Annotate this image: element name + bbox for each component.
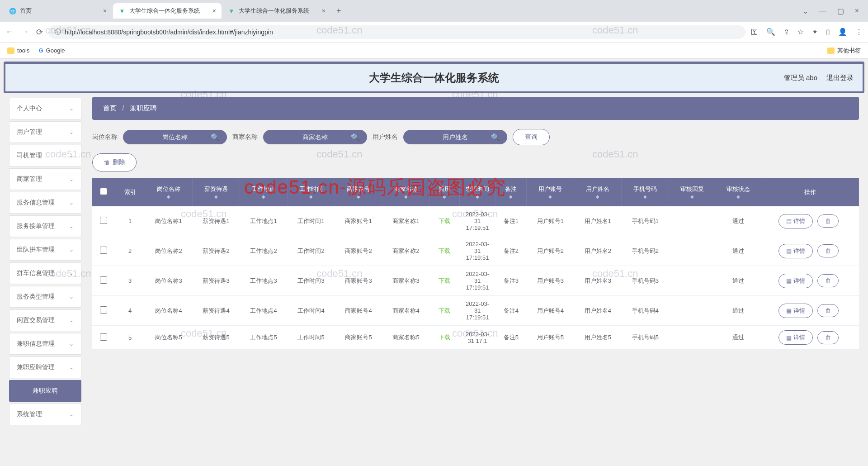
sidebar-item[interactable]: 组队拼车管理⌄ — [9, 239, 81, 261]
reload-icon[interactable]: ⟳ — [36, 27, 43, 37]
delete-row-button[interactable]: 🗑 — [817, 214, 839, 228]
download-link[interactable]: 下载 — [439, 247, 450, 254]
detail-button[interactable]: ▤ 详情 — [778, 330, 813, 345]
column-header[interactable]: 用户姓名◆ — [574, 178, 622, 206]
delete-row-button[interactable]: 🗑 — [817, 304, 839, 317]
browser-tab-2[interactable]: ▼ 大学生综合一体化服务系统 × — [222, 3, 331, 19]
extensions-icon[interactable]: ✦ — [812, 28, 818, 36]
sidebar-item[interactable]: 服务信息管理⌄ — [9, 192, 81, 214]
sidebar-item[interactable]: 个人中心⌄ — [9, 98, 81, 119]
sidebar-item[interactable]: 兼职应聘管理⌄ — [9, 357, 81, 378]
logout-link[interactable]: 退出登录 — [826, 74, 854, 82]
download-link[interactable]: 下载 — [439, 218, 450, 224]
delete-row-button[interactable]: 🗑 — [817, 274, 839, 287]
download-link[interactable]: 下载 — [439, 277, 450, 284]
cell-worktime: 工作时间2 — [288, 236, 335, 266]
row-checkbox[interactable] — [100, 217, 107, 224]
chevron-down-icon[interactable]: ⌄ — [802, 7, 808, 15]
query-button[interactable]: 查询 — [513, 129, 550, 145]
avatar-icon[interactable]: 👤 — [838, 28, 847, 36]
download-link[interactable]: 下载 — [439, 334, 450, 341]
sidebar-item[interactable]: 服务接单管理⌄ — [9, 215, 81, 237]
delete-button[interactable]: 🗑 删除 — [92, 153, 137, 171]
post-input[interactable] — [130, 133, 220, 141]
admin-label[interactable]: 管理员 abo — [784, 74, 817, 82]
close-window-icon[interactable]: × — [855, 7, 859, 15]
share-icon[interactable]: ⇪ — [783, 28, 789, 36]
delete-row-button[interactable]: 🗑 — [817, 331, 839, 344]
sidebar-item[interactable]: 兼职信息管理⌄ — [9, 333, 81, 355]
column-header[interactable]: 备注◆ — [495, 178, 527, 206]
maximize-icon[interactable]: ▢ — [837, 7, 844, 15]
cell-uname: 用户姓名2 — [574, 236, 622, 266]
trash-icon: 🗑 — [825, 307, 831, 314]
column-header[interactable]: 简历◆ — [430, 178, 460, 206]
column-header[interactable]: 操作 — [761, 178, 859, 206]
column-header[interactable]: 薪资待遇◆ — [193, 178, 240, 206]
detail-button[interactable]: ▤ 详情 — [778, 214, 813, 228]
detail-button[interactable]: ▤ 详情 — [778, 304, 813, 318]
column-header[interactable]: 商家账号◆ — [335, 178, 382, 206]
minimize-icon[interactable]: — — [819, 7, 826, 15]
column-header[interactable]: 索引 — [115, 178, 145, 206]
cell-uname: 用户姓名1 — [574, 206, 622, 236]
column-header[interactable]: 求职时间◆ — [459, 178, 495, 206]
bookmark-tools[interactable]: tools — [7, 47, 29, 54]
row-checkbox[interactable] — [100, 306, 107, 314]
sidebar-item[interactable]: 闲置交易管理⌄ — [9, 309, 81, 331]
row-checkbox[interactable] — [100, 333, 107, 341]
cell-salary: 薪资待遇2 — [193, 236, 240, 266]
column-header[interactable]: 工作时间◆ — [288, 178, 335, 206]
filter-input-post[interactable]: 🔍 — [123, 130, 227, 144]
crumb-home[interactable]: 首页 — [103, 104, 117, 112]
forward-icon[interactable]: → — [21, 27, 29, 37]
new-tab-button[interactable]: + — [332, 5, 346, 18]
search-icon[interactable]: 🔍 — [766, 28, 775, 36]
sidebar-item[interactable]: 系统管理⌄ — [9, 404, 81, 425]
sidebar-item[interactable]: 拼车信息管理⌄ — [9, 262, 81, 284]
sidebar-item[interactable]: 服务类型管理⌄ — [9, 286, 81, 308]
cell-index: 1 — [115, 206, 145, 236]
column-header[interactable]: 商家名称◆ — [382, 178, 430, 206]
browser-tab-1[interactable]: ▼ 大学生综合一体化服务系统 × — [113, 3, 222, 19]
close-icon[interactable]: × — [103, 7, 107, 14]
merchant-input[interactable] — [270, 133, 360, 141]
cell-applytime: 2022-03-31 17:1 — [459, 326, 495, 350]
sidebar-item[interactable]: 商家管理⌄ — [9, 168, 81, 190]
select-all-checkbox[interactable] — [100, 188, 107, 195]
detail-button[interactable]: ▤ 详情 — [778, 274, 813, 288]
key-icon[interactable]: ⚿ — [751, 28, 758, 36]
back-icon[interactable]: ← — [5, 27, 14, 37]
cell-mname: 商家名称4 — [382, 296, 430, 326]
delete-row-button[interactable]: 🗑 — [817, 244, 839, 257]
row-checkbox[interactable] — [100, 276, 107, 284]
column-header[interactable]: 工作地点◆ — [240, 178, 288, 206]
url-input[interactable]: ⓘ http://localhost:8080/springbootsb00r/… — [48, 25, 745, 39]
close-icon[interactable]: × — [322, 7, 326, 14]
column-header[interactable]: 岗位名称◆ — [145, 178, 193, 206]
column-header[interactable]: 手机号码◆ — [622, 178, 669, 206]
cell-place: 工作地点4 — [240, 296, 288, 326]
column-header[interactable]: 审核状态◆ — [715, 178, 761, 206]
table-row: 5 岗位名称5 薪资待遇5 工作地点5 工作时间5 商家账号5 商家名称5 下载… — [92, 326, 859, 350]
sidebar-item[interactable]: 用户管理⌄ — [9, 121, 81, 143]
sidebar-item[interactable]: 司机管理⌄ — [9, 145, 81, 166]
browser-tab-0[interactable]: 🌐 首页 × — [4, 3, 112, 19]
detail-button[interactable]: ▤ 详情 — [778, 244, 813, 258]
bookmark-other[interactable]: 其他书签 — [827, 47, 861, 55]
download-link[interactable]: 下载 — [439, 307, 450, 314]
bookmark-google[interactable]: G Google — [38, 47, 65, 54]
close-icon[interactable]: × — [212, 7, 216, 14]
filter-input-user[interactable]: 🔍 — [403, 130, 507, 144]
tab-title: 首页 — [20, 7, 32, 15]
column-header[interactable]: 用户账号◆ — [527, 178, 574, 206]
menu-icon[interactable]: ⋮ — [855, 28, 863, 36]
star-icon[interactable]: ☆ — [797, 28, 804, 36]
filter-input-merchant[interactable]: 🔍 — [263, 130, 367, 144]
row-checkbox[interactable] — [100, 247, 107, 254]
column-header[interactable]: 审核回复◆ — [669, 178, 715, 206]
user-input[interactable] — [410, 133, 500, 141]
chevron-down-icon: ⌄ — [69, 364, 74, 371]
reading-list-icon[interactable]: ▯ — [826, 28, 830, 36]
sidebar-item-active[interactable]: 兼职应聘 — [9, 380, 81, 402]
